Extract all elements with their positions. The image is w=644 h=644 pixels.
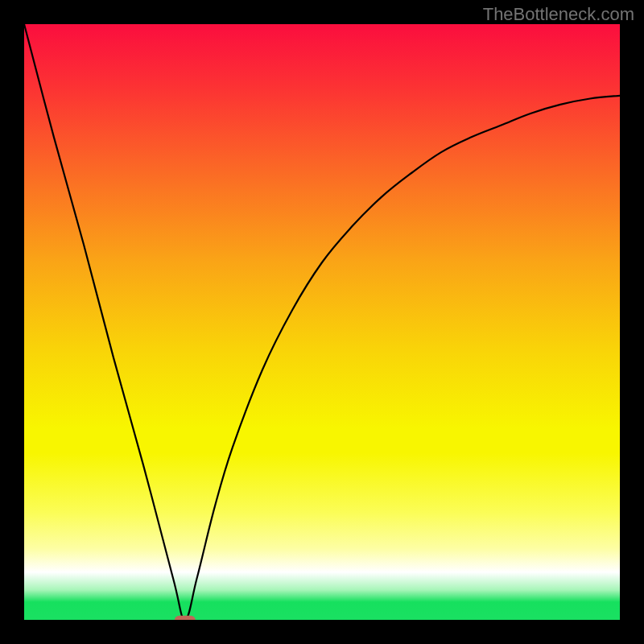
watermark-text: TheBottleneck.com	[483, 4, 634, 25]
plot-area	[24, 24, 620, 620]
chart-frame: TheBottleneck.com	[0, 0, 644, 644]
bottleneck-chart	[24, 24, 620, 620]
minimum-marker	[175, 616, 196, 620]
